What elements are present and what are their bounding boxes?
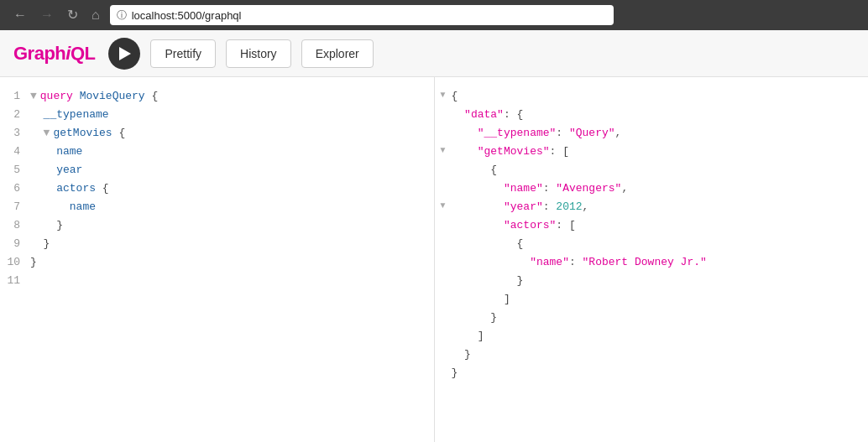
result-line-11: } [452,272,859,290]
result-line-3: "__typename": "Query", [452,124,859,143]
result-line-12: ] [452,290,859,309]
query-line-1: ▼query MovieQuery { [30,87,427,106]
line-num-7: 7 [7,198,20,216]
line-num-3: 3 [7,124,20,143]
line-num-9: 9 [7,235,20,253]
query-line-2: __typename [30,106,427,124]
query-editor[interactable]: 1 2 3 4 5 6 7 8 9 10 11 ▼query MovieQuer… [0,77,434,442]
editor-area: 1 2 3 4 5 6 7 8 9 10 11 ▼query MovieQuer… [0,77,868,442]
query-line-7: name [30,198,427,216]
query-pane[interactable]: 1 2 3 4 5 6 7 8 9 10 11 ▼query MovieQuer… [0,77,435,442]
query-line-3: ▼getMovies { [30,124,427,143]
query-line-10: } [30,253,427,272]
line-num-10: 10 [7,253,20,272]
result-collapse-arrows: ▼ ▼ ▼ [438,77,448,442]
result-line-10: "name": "Robert Downey Jr." [452,253,859,272]
result-line-7: "year": 2012, [452,198,859,216]
query-line-6: actors { [30,179,427,198]
line-num-4: 4 [7,143,20,161]
line-numbers: 1 2 3 4 5 6 7 8 9 10 11 [0,87,30,290]
result-editor: { "data": { "__typename": "Query", "getM… [435,77,869,442]
forward-button[interactable]: → [37,7,57,23]
result-line-8: "actors": [ [452,216,859,235]
reload-button[interactable]: ↻ [64,7,81,23]
result-pane: ▼ ▼ ▼ { "data": { "__typename": "Query",… [435,77,869,442]
query-line-4: name [30,143,427,161]
explorer-button[interactable]: Explorer [301,39,374,68]
result-line-9: { [452,235,859,253]
graphiql-logo: GraphiQL [13,43,95,65]
prettify-button[interactable]: Prettify [150,39,216,68]
line-num-2: 2 [7,106,20,124]
line-num-1: 1 [7,87,20,106]
line-num-11: 11 [7,272,20,290]
address-bar[interactable]: ⓘ localhost:5000/graphql [110,5,614,25]
query-code: ▼query MovieQuery { __typename ▼getMovie… [30,87,427,290]
query-line-5: year [30,161,427,179]
graphiql-toolbar: GraphiQL Prettify History Explorer [0,30,868,77]
url-display: localhost:5000/graphql [132,9,242,22]
collapse-arrow-1[interactable]: ▼ [439,86,447,104]
result-line-14: ] [452,327,859,346]
run-button[interactable] [108,38,140,70]
query-line-9: } [30,235,427,253]
back-button[interactable]: ← [10,7,30,23]
collapse-arrow-2[interactable]: ▼ [439,141,447,159]
result-line-13: } [452,309,859,327]
result-line-1: { [452,87,859,106]
result-line-2: "data": { [452,106,859,124]
result-line-5: { [452,161,859,179]
line-num-8: 8 [7,216,20,235]
home-button[interactable]: ⌂ [88,7,103,23]
query-line-11 [30,272,427,290]
play-icon [119,47,131,60]
result-line-6: "name": "Avengers", [452,179,859,198]
line-num-5: 5 [7,161,20,179]
history-button[interactable]: History [226,39,291,68]
browser-chrome: ← → ↻ ⌂ ⓘ localhost:5000/graphql [0,0,868,30]
result-line-15: } [452,346,859,364]
security-icon: ⓘ [117,8,127,23]
line-num-6: 6 [7,179,20,198]
collapse-arrow-3[interactable]: ▼ [439,196,447,215]
result-line-16: } [452,364,859,382]
result-line-4: "getMovies": [ [452,143,859,161]
query-line-8: } [30,216,427,235]
